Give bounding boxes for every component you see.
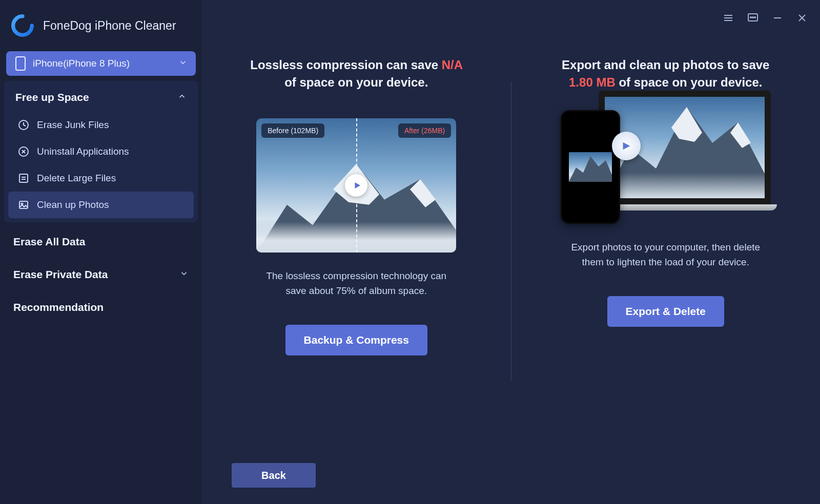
sidebar-item-uninstall[interactable]: Uninstall Applications: [4, 138, 198, 165]
backup-compress-button[interactable]: Backup & Compress: [285, 325, 427, 355]
svg-rect-14: [19, 174, 28, 182]
headline-compress: Lossless compression can save N/A of spa…: [249, 56, 464, 91]
svg-marker-22: [355, 182, 360, 188]
headline-post: of space on your device.: [616, 75, 763, 89]
nav-item-label: Erase Junk Files: [37, 119, 109, 131]
sidebar-item-clean-photos[interactable]: Clean up Photos: [8, 192, 194, 218]
svg-marker-27: [623, 142, 630, 150]
compress-subtext: The lossless compression technology can …: [259, 269, 454, 298]
sidebar-item-large-files[interactable]: Delete Large Files: [4, 165, 198, 192]
svg-marker-26: [569, 156, 612, 182]
sidebar-item-erase-all[interactable]: Erase All Data: [0, 225, 202, 258]
nav-title: Erase Private Data: [13, 268, 108, 281]
export-subtext: Export photos to your computer, then del…: [568, 240, 763, 269]
export-illustration: [561, 91, 771, 224]
svg-point-6: [754, 17, 755, 18]
list-icon: [17, 172, 30, 184]
chevron-down-icon: [178, 58, 188, 69]
nav-title: Free up Space: [15, 91, 89, 103]
headline-pre: Lossless compression can save: [250, 58, 442, 72]
sidebar-item-recommendation[interactable]: Recommendation: [0, 291, 202, 324]
close-icon[interactable]: [795, 11, 809, 25]
minimize-icon[interactable]: [771, 11, 784, 25]
device-selector[interactable]: iPhone(iPhone 8 Plus): [6, 51, 196, 76]
brand: FoneDog iPhone Cleaner: [0, 9, 202, 51]
sidebar: FoneDog iPhone Cleaner iPhone(iPhone 8 P…: [0, 0, 202, 504]
content-panels: Lossless compression can save N/A of spa…: [202, 0, 820, 463]
feedback-icon[interactable]: [746, 11, 760, 25]
svg-point-5: [752, 17, 753, 18]
headline-export: Export and clean up photos to save 1.80 …: [558, 56, 773, 91]
svg-rect-17: [19, 201, 28, 208]
nav-item-label: Delete Large Files: [37, 173, 116, 184]
app-title: FoneDog iPhone Cleaner: [43, 19, 176, 33]
uninstall-icon: [17, 145, 30, 158]
nav-title: Recommendation: [13, 301, 104, 313]
app-window: FoneDog iPhone Cleaner iPhone(iPhone 8 P…: [0, 0, 820, 504]
panel-compress: Lossless compression can save N/A of spa…: [202, 0, 511, 463]
photo-icon: [17, 199, 30, 211]
phone-icon: [15, 56, 26, 71]
nav-free-up-space: Free up Space Erase Junk Files Uninstall…: [4, 81, 198, 222]
window-controls: [722, 11, 809, 25]
clock-icon: [17, 119, 30, 131]
chevron-down-icon: [179, 269, 189, 280]
nav-item-label: Uninstall Applications: [37, 146, 129, 157]
menu-icon[interactable]: [722, 11, 735, 25]
after-badge: After (26MB): [398, 123, 451, 138]
back-button[interactable]: Back: [232, 463, 316, 488]
device-label: iPhone(iPhone 8 Plus): [33, 58, 130, 69]
sidebar-item-erase-junk[interactable]: Erase Junk Files: [4, 112, 198, 138]
app-logo-icon: [11, 14, 34, 37]
back-row: Back: [202, 463, 820, 504]
headline-accent: 1.80 MB: [569, 75, 616, 89]
svg-point-4: [750, 17, 751, 18]
play-icon[interactable]: [345, 174, 367, 197]
nav-header-free-up-space[interactable]: Free up Space: [4, 83, 198, 112]
headline-accent: N/A: [442, 58, 462, 72]
phone-graphic: [561, 110, 620, 224]
before-badge: Before (102MB): [261, 123, 324, 138]
compress-illustration: Before (102MB) After (26MB): [256, 118, 456, 253]
transfer-arrow-icon: [612, 132, 641, 160]
chevron-up-icon: [177, 92, 187, 103]
panel-export: Export and clean up photos to save 1.80 …: [511, 0, 821, 463]
headline-post: of space on your device.: [284, 75, 428, 89]
export-delete-button[interactable]: Export & Delete: [607, 296, 724, 327]
nav-item-label: Clean up Photos: [37, 199, 109, 211]
main-area: Lossless compression can save N/A of spa…: [202, 0, 820, 504]
nav-title: Erase All Data: [13, 236, 85, 248]
headline-pre: Export and clean up photos to save: [562, 58, 769, 72]
sidebar-item-erase-private[interactable]: Erase Private Data: [0, 258, 202, 291]
